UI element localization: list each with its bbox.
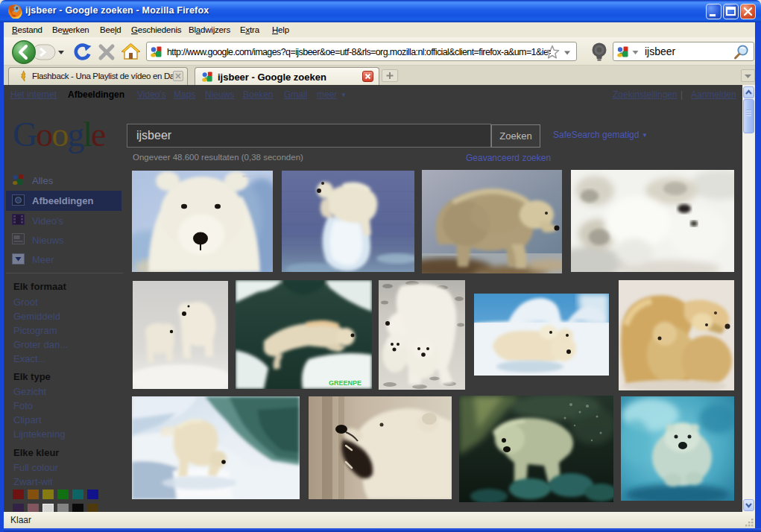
svg-text:www.naturepics.nl: www.naturepics.nl <box>242 174 272 178</box>
svg-text:Google: Google <box>13 116 105 153</box>
svg-text:GREENPE: GREENPE <box>329 379 361 387</box>
